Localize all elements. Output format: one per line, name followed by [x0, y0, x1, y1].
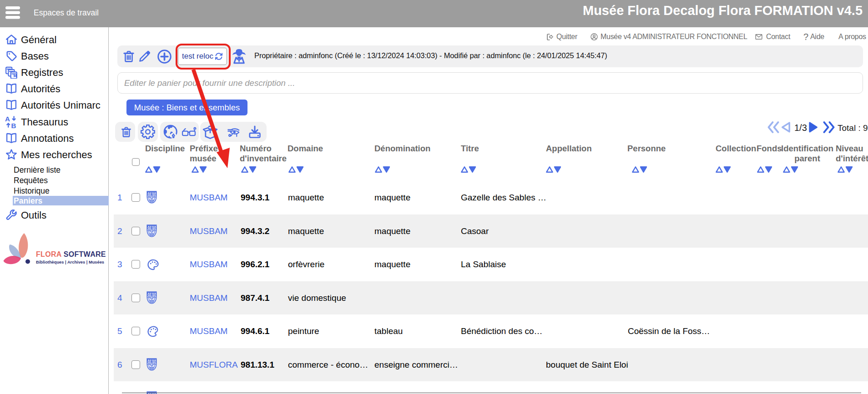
- svg-text:FLORA SOFTWARE: FLORA SOFTWARE: [36, 250, 106, 258]
- svg-text:Bibliothèques | Archives | Mus: Bibliothèques | Archives | Musées: [36, 260, 104, 264]
